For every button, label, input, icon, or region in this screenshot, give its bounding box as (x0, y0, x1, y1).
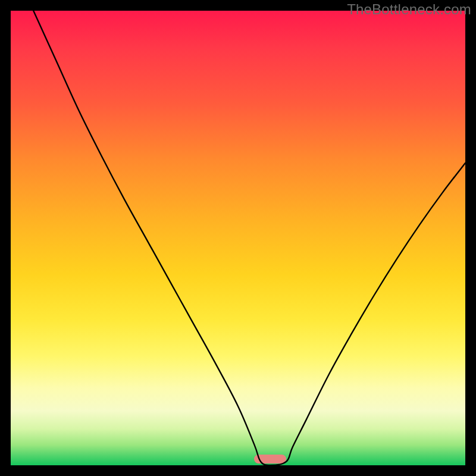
chart-frame: TheBottleneck.com (0, 0, 476, 476)
plot-area (11, 11, 465, 465)
watermark-text: TheBottleneck.com (347, 1, 471, 18)
bottleneck-curve (11, 11, 465, 465)
